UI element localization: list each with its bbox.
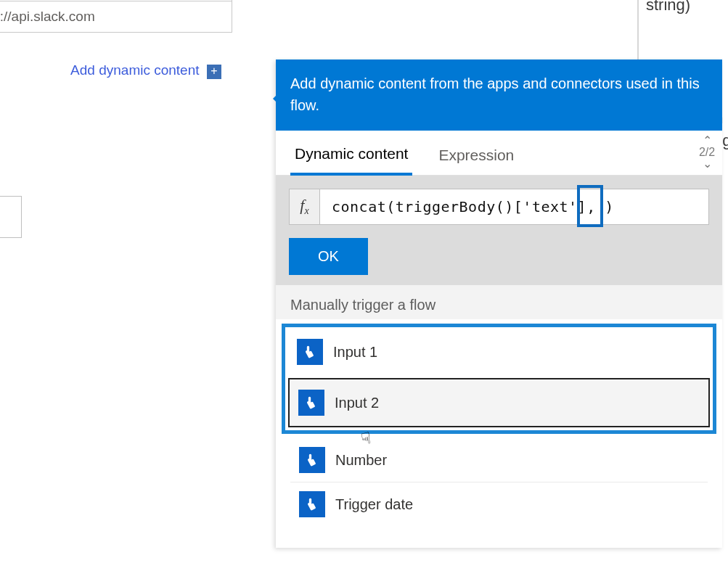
dynamic-item-trigger-date[interactable]: Trigger date: [290, 482, 708, 526]
item-label: Input 2: [335, 395, 379, 411]
add-dynamic-content-link[interactable]: Add dynamic content: [70, 62, 199, 78]
expression-input[interactable]: [320, 198, 708, 215]
dynamic-content-popup: Add dynamic content from the apps and co…: [276, 59, 722, 548]
options-input[interactable]: [0, 9, 221, 25]
tab-expression[interactable]: Expression: [434, 142, 518, 174]
touch-icon: [299, 491, 325, 517]
tab-dynamic-content[interactable]: Dynamic content: [290, 141, 412, 176]
chevron-up-icon[interactable]: ⌃: [696, 135, 718, 147]
section-title: Manually trigger a flow: [276, 285, 722, 319]
pager: ⌃ 2/2 ⌄: [696, 135, 718, 170]
item-label: Number: [335, 452, 387, 469]
fx-icon: fx: [290, 189, 320, 224]
plus-icon[interactable]: +: [207, 65, 221, 79]
partial-step-box: [0, 196, 22, 238]
trigger-items-list: Input 1 Input 2 Number Trigger date: [276, 324, 722, 548]
dynamic-item-input-1[interactable]: Input 1: [288, 330, 710, 374]
highlight-inputs-group: Input 1 Input 2: [282, 324, 716, 434]
item-label: Trigger date: [335, 496, 413, 513]
dynamic-item-input-2[interactable]: Input 2: [288, 378, 710, 427]
item-label: Input 1: [333, 344, 377, 361]
popup-header: Add dynamic content from the apps and co…: [276, 59, 722, 131]
tabs-row: Dynamic content Expression ⌃ 2/2 ⌄: [276, 131, 722, 176]
options-field-row: [0, 1, 232, 32]
slack-action-card: ⌵: [0, 0, 232, 33]
expression-area: fx OK: [276, 176, 722, 285]
touch-icon: [297, 339, 323, 365]
plain-items: Number Trigger date: [276, 438, 722, 526]
expression-box: fx: [289, 189, 709, 225]
touch-icon: [298, 390, 324, 416]
touch-icon: [299, 447, 325, 473]
chevron-down-icon[interactable]: ⌄: [696, 158, 718, 170]
doc-line: string): [646, 0, 728, 17]
ok-button[interactable]: OK: [289, 238, 368, 275]
add-dynamic-content-row: Add dynamic content +: [0, 58, 229, 79]
dynamic-item-number[interactable]: Number: [290, 438, 708, 482]
pager-count: 2/2: [699, 146, 715, 158]
